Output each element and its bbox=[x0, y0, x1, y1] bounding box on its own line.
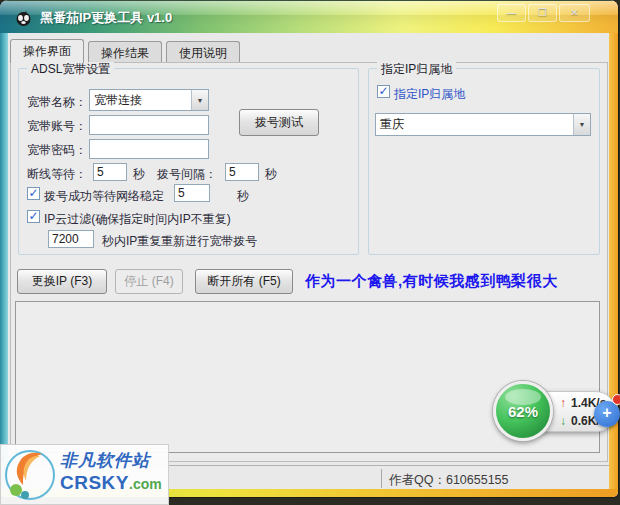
tab-instructions[interactable]: 使用说明 bbox=[166, 41, 240, 62]
broadband-account-label: 宽带账号： bbox=[27, 118, 87, 135]
broadband-name-label: 宽带名称： bbox=[27, 94, 87, 111]
dropdown-arrow-icon[interactable]: ▼ bbox=[191, 90, 208, 110]
dial-test-button[interactable]: 拨号测试 bbox=[239, 109, 319, 136]
disconnect-wait-label: 断线等待： bbox=[27, 166, 87, 183]
ip-cloud-filter-label: IP云过滤(确保指定时间内IP不重复) bbox=[44, 211, 231, 228]
network-stable-checkbox[interactable]: ✓ bbox=[27, 187, 40, 200]
statusbar-separator bbox=[381, 469, 382, 488]
crsky-domain: CRSKY bbox=[60, 472, 129, 493]
dial-interval-input[interactable] bbox=[225, 163, 259, 181]
ip-cloud-filter-checkbox[interactable]: ✓ bbox=[27, 210, 40, 223]
repeat-redial-label: 秒内IP重复重新进行宽带拨号 bbox=[102, 233, 257, 250]
adsl-settings-group: ADSL宽带设置 宽带名称： 宽带连接 ▼ 拨号测试 宽带账号： 宽带密码： 断… bbox=[18, 68, 359, 255]
maximize-button[interactable]: ❐ bbox=[528, 4, 557, 22]
ip-location-group-title: 指定IP归属地 bbox=[377, 61, 456, 78]
adsl-group-title: ADSL宽带设置 bbox=[27, 61, 114, 78]
joke-text: 作为一个禽兽,有时候我感到鸭梨很大 bbox=[305, 272, 558, 291]
tab-operation-ui[interactable]: 操作界面 bbox=[10, 39, 84, 63]
app-tomato-icon bbox=[14, 8, 33, 27]
seconds-unit-1: 秒 bbox=[133, 166, 145, 183]
tab-operation-result[interactable]: 操作结果 bbox=[88, 41, 162, 62]
close-button[interactable]: ✕ bbox=[559, 4, 590, 22]
broadband-name-value: 宽带连接 bbox=[90, 92, 191, 109]
speed-percent: 62% bbox=[496, 403, 550, 420]
title-bar[interactable]: 黑番茄IP更换工具 v1.0 — ❐ ✕ bbox=[0, 0, 618, 33]
stop-button[interactable]: 停止 (F4) bbox=[115, 269, 183, 294]
disconnect-wait-input[interactable] bbox=[93, 163, 127, 181]
crsky-logo-icon bbox=[2, 447, 58, 503]
seconds-unit-2: 秒 bbox=[265, 166, 277, 183]
region-combobox[interactable]: 重庆 ▼ bbox=[375, 113, 591, 136]
crsky-watermark: 非凡软件站 CRSKY.com bbox=[0, 444, 169, 505]
download-arrow-icon: ↓ bbox=[560, 414, 566, 428]
broadband-account-input[interactable] bbox=[89, 115, 209, 135]
broadband-name-combobox[interactable]: 宽带连接 ▼ bbox=[89, 89, 209, 111]
change-ip-button[interactable]: 更换IP (F3) bbox=[17, 269, 107, 294]
seconds-unit-3: 秒 bbox=[237, 188, 249, 205]
repeat-seconds-input[interactable] bbox=[48, 230, 94, 248]
crsky-domain-suffix: .com bbox=[129, 476, 162, 492]
disconnect-all-button[interactable]: 断开所有 (F5) bbox=[195, 269, 293, 294]
network-stable-label: 拨号成功等待网络稳定 bbox=[44, 188, 164, 205]
broadband-password-label: 宽带密码： bbox=[27, 142, 87, 159]
notification-dot bbox=[612, 394, 620, 405]
speed-ball[interactable]: 62% bbox=[493, 381, 553, 441]
window-title: 黑番茄IP更换工具 v1.0 bbox=[40, 9, 172, 27]
minimize-button[interactable]: — bbox=[497, 4, 526, 22]
upload-arrow-icon: ↑ bbox=[560, 396, 566, 410]
ip-location-checkbox-label: 指定IP归属地 bbox=[394, 86, 465, 103]
region-value: 重庆 bbox=[376, 116, 573, 133]
network-stable-wait-input[interactable] bbox=[174, 184, 210, 202]
ip-location-checkbox[interactable]: ✓ bbox=[377, 85, 390, 98]
window-left-border bbox=[0, 33, 8, 489]
author-qq-text: 作者QQ：610655155 bbox=[389, 472, 509, 489]
broadband-password-input[interactable] bbox=[89, 139, 209, 159]
dial-interval-label: 拨号间隔： bbox=[157, 166, 217, 183]
crsky-site-name: 非凡软件站 bbox=[60, 449, 162, 472]
crsky-text-block: 非凡软件站 CRSKY.com bbox=[60, 449, 162, 494]
dropdown-arrow-icon[interactable]: ▼ bbox=[573, 114, 590, 135]
ip-location-group: 指定IP归属地 ✓ 指定IP归属地 重庆 ▼ bbox=[368, 68, 600, 255]
